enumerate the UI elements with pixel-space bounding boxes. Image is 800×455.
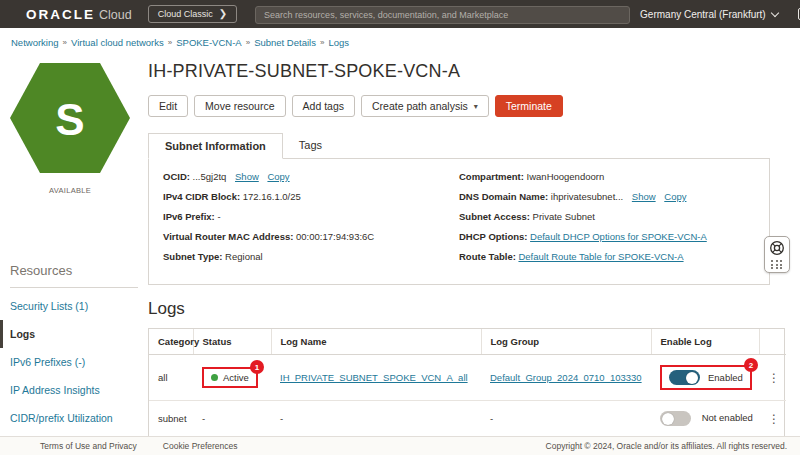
breadcrumb-separator: » bbox=[246, 38, 250, 47]
support-widget bbox=[764, 236, 790, 273]
svg-text:S: S bbox=[55, 95, 84, 144]
breadcrumb: Networking » Virtual cloud networks » SP… bbox=[0, 28, 800, 48]
enable-log-label: Enabled bbox=[708, 372, 743, 383]
divider bbox=[10, 287, 138, 288]
log-name-cell: - bbox=[271, 401, 481, 437]
status-cell: Active 1 bbox=[193, 355, 271, 401]
category-cell: all bbox=[149, 355, 193, 401]
enable-log-label: Not enabled bbox=[702, 412, 753, 423]
tab-tags[interactable]: Tags bbox=[283, 133, 338, 159]
dhcp-options-link[interactable]: Default DHCP Options for SPOKE-VCN-A bbox=[530, 231, 707, 242]
page-footer: Terms of Use and Privacy Cookie Preferen… bbox=[0, 436, 800, 455]
column-log-group: Log Group bbox=[481, 329, 651, 355]
breadcrumb-vcns[interactable]: Virtual cloud networks bbox=[71, 37, 164, 48]
route-table-field: Route Table: Default Route Table for SPO… bbox=[459, 251, 755, 263]
annotation-number-2: 2 bbox=[744, 358, 758, 372]
annotation-box-2: Enabled 2 bbox=[660, 365, 752, 390]
add-tags-button[interactable]: Add tags bbox=[292, 95, 355, 117]
annotation-number-1: 1 bbox=[250, 360, 264, 374]
table-row-subnet: subnet - - - Not enabled ⋮ bbox=[149, 401, 786, 437]
table-header-row: Category Status Log Name Log Group Enabl… bbox=[149, 329, 786, 355]
ocid-field: OCID: ...5gj2tq Show Copy bbox=[163, 171, 459, 183]
breadcrumb-separator: » bbox=[63, 38, 67, 47]
sidebar-item-cidr-utilization[interactable]: CIDR/prefix Utilization bbox=[0, 404, 148, 432]
ocid-copy-link[interactable]: Copy bbox=[267, 171, 289, 182]
breadcrumb-separator: » bbox=[320, 38, 324, 47]
breadcrumb-subnet-details[interactable]: Subnet Details bbox=[254, 37, 316, 48]
dhcp-options-field: DHCP Options: Default DHCP Options for S… bbox=[459, 231, 755, 243]
breadcrumb-networking[interactable]: Networking bbox=[11, 37, 59, 48]
action-buttons: Edit Move resource Add tags Create path … bbox=[148, 95, 785, 117]
log-group-cell: Default_Group_2024_0710_103330 bbox=[481, 355, 651, 401]
breadcrumb-vcn[interactable]: SPOKE-VCN-A bbox=[176, 37, 241, 48]
dns-copy-link[interactable]: Copy bbox=[664, 191, 686, 202]
table-row-all: all Active 1 IH_PRIVATE_SUBNET_SPOKE_VCN… bbox=[149, 355, 786, 401]
log-group-cell: - bbox=[481, 401, 651, 437]
subnet-type-field: Subnet Type: Regional bbox=[163, 251, 459, 263]
subnet-access-field: Subnet Access: Private Subnet bbox=[459, 211, 755, 223]
copyright-text: Copyright © 2024, Oracle and/or its affi… bbox=[546, 441, 787, 451]
route-table-link[interactable]: Default Route Table for SPOKE-VCN-A bbox=[518, 251, 683, 262]
sidebar-item-logs[interactable]: Logs bbox=[0, 320, 148, 348]
edit-button[interactable]: Edit bbox=[148, 95, 188, 117]
log-name-cell: IH_PRIVATE_SUBNET_SPOKE_VCN_A_all bbox=[271, 355, 481, 401]
logs-table: Category Status Log Name Log Group Enabl… bbox=[149, 329, 786, 437]
enable-log-cell: Enabled 2 bbox=[651, 355, 759, 401]
ipv4-cidr-field: IPv4 CIDR Block: 172.16.1.0/25 bbox=[163, 191, 459, 203]
resource-status-badge: S AVAILABLE bbox=[8, 63, 132, 195]
page-title: IH-PRIVATE-SUBNET-SPOKE-VCN-A bbox=[148, 61, 785, 82]
create-path-analysis-button[interactable]: Create path analysis ▾ bbox=[361, 95, 489, 117]
detail-tabs: Subnet Information Tags bbox=[148, 133, 785, 159]
brand-cloud: Cloud bbox=[99, 8, 132, 22]
compartment-field: Compartment: IwanHoogendoorn bbox=[459, 171, 755, 183]
brand-oracle: ORACLE bbox=[26, 7, 95, 22]
log-group-link[interactable]: Default_Group_2024_0710_103330 bbox=[490, 372, 642, 383]
chevron-right-icon: ❯ bbox=[219, 9, 227, 19]
enable-log-toggle-off[interactable] bbox=[660, 411, 691, 426]
log-name-link[interactable]: IH_PRIVATE_SUBNET_SPOKE_VCN_A_all bbox=[280, 372, 468, 383]
terminate-button[interactable]: Terminate bbox=[495, 95, 563, 117]
main-content: IH-PRIVATE-SUBNET-SPOKE-VCN-A Edit Move … bbox=[148, 48, 800, 455]
status-text: Active bbox=[223, 372, 249, 383]
column-log-name: Log Name bbox=[271, 329, 481, 355]
enable-log-toggle-on[interactable] bbox=[669, 370, 700, 385]
sidebar-item-security-lists[interactable]: Security Lists (1) bbox=[0, 292, 148, 320]
row-actions-menu-icon[interactable]: ⋮ bbox=[759, 401, 786, 437]
subnet-information-panel: OCID: ...5gj2tq Show Copy IPv4 CIDR Bloc… bbox=[148, 158, 770, 285]
sidebar-item-ip-address-insights[interactable]: IP Address Insights bbox=[0, 376, 148, 404]
cookie-preferences-link[interactable]: Cookie Preferences bbox=[163, 441, 238, 451]
drag-handle-icon[interactable] bbox=[771, 260, 783, 269]
logs-section-title: Logs bbox=[148, 299, 785, 319]
oracle-cloud-logo[interactable]: ORACLE Cloud bbox=[26, 7, 132, 22]
column-actions bbox=[759, 329, 786, 355]
tab-subnet-information[interactable]: Subnet Information bbox=[148, 133, 283, 159]
lifebuoy-help-icon[interactable] bbox=[769, 240, 785, 256]
chevron-down-icon bbox=[770, 8, 778, 16]
row-actions-menu-icon[interactable]: ⋮ bbox=[759, 355, 786, 401]
breadcrumb-logs[interactable]: Logs bbox=[328, 37, 349, 48]
search-input[interactable] bbox=[255, 6, 630, 24]
dns-show-link[interactable]: Show bbox=[632, 191, 656, 202]
column-enable-log: Enable Log bbox=[651, 329, 759, 355]
sidebar-item-ipv6-prefixes[interactable]: IPv6 Prefixes (-) bbox=[0, 348, 148, 376]
enable-log-cell: Not enabled bbox=[651, 401, 759, 437]
ipv6-prefix-field: IPv6 Prefix: - bbox=[163, 211, 459, 223]
cloud-classic-label: Cloud Classic bbox=[158, 9, 213, 19]
top-navigation-bar: ORACLE Cloud Cloud Classic ❯ Germany Cen… bbox=[0, 0, 800, 28]
category-cell: subnet bbox=[149, 401, 193, 437]
region-selector[interactable]: Germany Central (Frankfurt) bbox=[640, 9, 778, 20]
column-category: Category bbox=[149, 329, 193, 355]
left-rail: S AVAILABLE Resources Security Lists (1)… bbox=[0, 48, 148, 455]
subnet-hexagon-icon: S bbox=[10, 63, 130, 173]
ocid-show-link[interactable]: Show bbox=[235, 171, 259, 182]
breadcrumb-separator: » bbox=[168, 38, 172, 47]
caret-down-icon: ▾ bbox=[474, 102, 478, 111]
resources-nav: Resources Security Lists (1) Logs IPv6 P… bbox=[0, 263, 148, 432]
move-resource-button[interactable]: Move resource bbox=[194, 95, 285, 117]
column-status: Status bbox=[193, 329, 271, 355]
cloud-classic-button[interactable]: Cloud Classic ❯ bbox=[148, 5, 237, 23]
virtual-router-mac-field: Virtual Router MAC Address: 00:00:17:94:… bbox=[163, 231, 459, 243]
oci-console-page: ORACLE Cloud Cloud Classic ❯ Germany Cen… bbox=[0, 0, 800, 455]
terms-link[interactable]: Terms of Use and Privacy bbox=[40, 441, 137, 451]
status-label: AVAILABLE bbox=[8, 186, 132, 195]
